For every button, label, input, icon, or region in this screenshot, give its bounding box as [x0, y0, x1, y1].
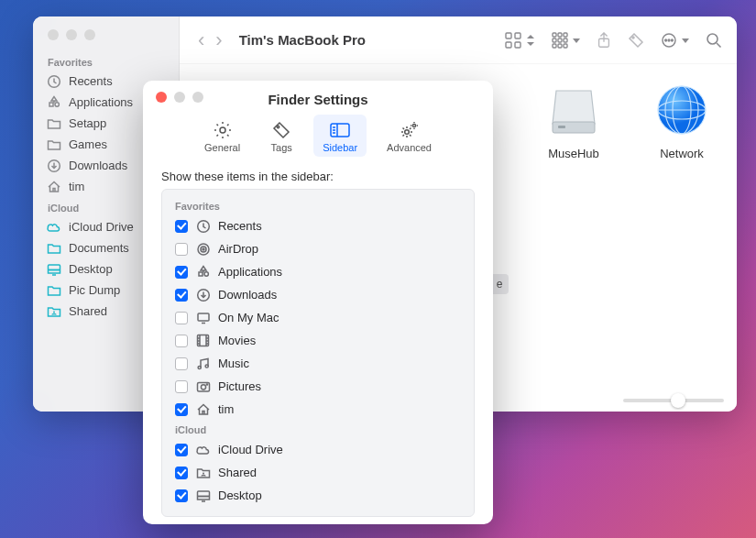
file-item-musehub[interactable]: MuseHub	[544, 81, 603, 412]
download-icon	[46, 158, 61, 173]
svg-point-19	[632, 37, 634, 38]
checkbox[interactable]	[175, 220, 188, 233]
option-label: Downloads	[218, 288, 277, 302]
gear-icon	[211, 120, 235, 140]
group-by-button[interactable]	[552, 32, 580, 49]
tab-sidebar[interactable]: Sidebar	[313, 115, 367, 157]
checkbox[interactable]	[175, 403, 188, 416]
sharedfolder-icon	[195, 465, 211, 480]
desktop-icon	[195, 488, 211, 503]
file-label: Network	[660, 147, 704, 160]
window-controls[interactable]	[33, 26, 179, 51]
svg-rect-48	[198, 313, 209, 321]
download-icon	[195, 287, 211, 302]
airdrop-icon	[195, 241, 211, 257]
sidebar-option-row: Movies	[173, 329, 463, 352]
search-button[interactable]	[706, 32, 722, 49]
sidebar-item-label: iCloud Drive	[69, 220, 134, 234]
share-button[interactable]	[597, 32, 611, 49]
close-button[interactable]	[156, 92, 167, 103]
toolbar-icons	[505, 32, 722, 49]
minimize-dot[interactable]	[66, 29, 77, 40]
sidebar-item-label: Downloads	[69, 159, 127, 172]
svg-point-34	[277, 126, 279, 127]
svg-rect-6	[515, 33, 520, 38]
tab-general[interactable]: General	[195, 115, 249, 157]
svg-rect-13	[558, 38, 562, 42]
checkbox[interactable]	[175, 266, 188, 279]
sidebar-section-title: Favorites	[33, 51, 179, 71]
tab-label: Sidebar	[323, 142, 357, 153]
svg-rect-17	[564, 44, 567, 48]
tab-label: Advanced	[387, 142, 432, 153]
svg-rect-26	[558, 126, 565, 128]
sidebar-option-row: Desktop	[173, 484, 463, 507]
sidebar-item-label: Desktop	[69, 262, 113, 276]
tab-tags[interactable]: Tags	[260, 115, 302, 157]
more-button[interactable]	[661, 32, 689, 49]
option-label: tim	[218, 402, 234, 416]
sidebar-item-label: Setapp	[69, 116, 106, 130]
close-dot[interactable]	[48, 29, 59, 40]
minimize-button[interactable]	[174, 92, 185, 103]
sidebar-option-row: AirDrop	[173, 237, 463, 260]
zoom-dot[interactable]	[84, 29, 95, 40]
location-title: Tim's MacBook Pro	[239, 32, 366, 48]
zoom-button[interactable]	[192, 92, 203, 103]
sidebar-item-label: Documents	[69, 241, 129, 255]
option-label: Music	[218, 357, 249, 370]
back-button[interactable]: ‹	[194, 28, 208, 52]
sidebar-item-label: Recents	[69, 74, 113, 88]
pictures-icon	[195, 379, 211, 394]
sidebar-option-row: Recents	[173, 214, 463, 237]
checkbox[interactable]	[175, 380, 188, 393]
checkbox[interactable]	[175, 489, 188, 502]
option-label: On My Mac	[218, 311, 279, 324]
panel-section-title: Favorites	[173, 197, 463, 214]
checkbox[interactable]	[175, 467, 188, 479]
checkbox[interactable]	[175, 357, 188, 370]
house-icon	[195, 401, 211, 417]
settings-instruction: Show these items in the sidebar:	[161, 170, 475, 183]
checkbox[interactable]	[175, 444, 188, 456]
svg-point-41	[412, 124, 415, 126]
tags-button[interactable]	[628, 32, 644, 49]
sidebar-option-row: Applications	[173, 260, 463, 283]
sidebar-items-panel: FavoritesRecentsAirDropApplicationsDownl…	[161, 189, 475, 517]
sidebar-option-row: Downloads	[173, 283, 463, 306]
option-label: Applications	[218, 265, 282, 279]
sidebar-item-label: Games	[69, 137, 107, 151]
svg-point-24	[707, 34, 718, 44]
gearplus-icon	[398, 120, 422, 140]
svg-point-55	[203, 472, 204, 474]
option-label: Desktop	[218, 489, 262, 502]
option-label: AirDrop	[218, 242, 258, 256]
folder-icon	[46, 115, 61, 131]
panel-section-title: iCloud	[173, 421, 463, 438]
svg-point-53	[201, 384, 205, 389]
svg-point-46	[204, 271, 208, 275]
settings-window-controls[interactable]	[143, 81, 203, 103]
checkbox[interactable]	[175, 312, 188, 324]
folder-icon	[46, 137, 61, 152]
checkbox[interactable]	[175, 243, 188, 256]
sidebar-option-row: Pictures	[173, 375, 463, 398]
sidebar-option-row: On My Mac	[173, 306, 463, 329]
svg-rect-3	[48, 265, 60, 270]
view-mode-button[interactable]	[505, 32, 535, 49]
tab-advanced[interactable]: Advanced	[378, 115, 441, 157]
cloud-icon	[46, 219, 61, 235]
checkbox[interactable]	[175, 289, 188, 302]
icon-size-slider[interactable]	[623, 399, 724, 402]
movies-icon	[195, 333, 211, 348]
forward-button[interactable]: ›	[212, 28, 225, 52]
folder-icon	[46, 240, 61, 256]
svg-point-21	[665, 39, 667, 41]
checkbox[interactable]	[175, 335, 188, 347]
svg-point-4	[53, 311, 55, 313]
folder-icon	[46, 282, 61, 298]
file-item-network[interactable]: Network	[652, 81, 711, 412]
music-icon	[195, 356, 211, 371]
svg-point-45	[203, 248, 204, 250]
svg-rect-8	[515, 42, 520, 48]
